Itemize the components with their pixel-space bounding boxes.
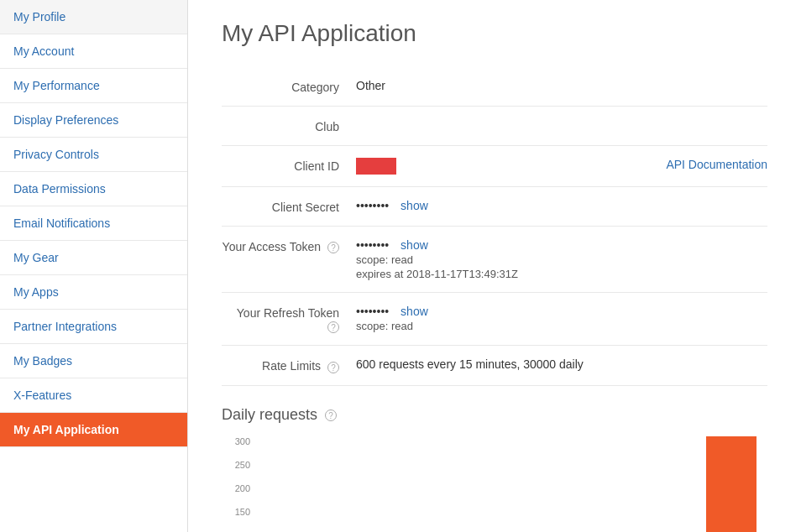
chart-help-icon[interactable]: ? bbox=[325, 409, 337, 421]
sidebar: My ProfileMy AccountMy PerformanceDispla… bbox=[0, 0, 188, 532]
sidebar-item-profile[interactable]: My Profile bbox=[0, 0, 187, 34]
client-secret-show-link[interactable]: show bbox=[400, 199, 428, 212]
y-label-300: 300 bbox=[222, 437, 250, 446]
bar-col-1 bbox=[255, 436, 327, 532]
refresh-token-help-icon[interactable]: ? bbox=[327, 321, 339, 333]
sidebar-item-api[interactable]: My API Application bbox=[0, 413, 187, 447]
sidebar-item-performance[interactable]: My Performance bbox=[0, 69, 187, 103]
y-axis: 0 50 100 150 200 250 300 bbox=[222, 437, 250, 532]
rate-limits-label: Rate Limits ? bbox=[222, 357, 356, 373]
chart-area: 0 50 100 150 200 250 300 bbox=[222, 437, 767, 532]
refresh-token-masked: •••••••• bbox=[356, 305, 389, 318]
rate-limits-help-icon[interactable]: ? bbox=[327, 362, 339, 373]
sidebar-item-data[interactable]: Data Permissions bbox=[0, 172, 187, 206]
category-value: Other bbox=[356, 79, 767, 92]
refresh-token-show-link[interactable]: show bbox=[400, 305, 428, 318]
sidebar-item-partner[interactable]: Partner Integrations bbox=[0, 310, 187, 344]
access-token-label: Your Access Token ? bbox=[222, 238, 356, 253]
club-label: Club bbox=[222, 118, 356, 133]
y-label-150: 150 bbox=[222, 508, 250, 517]
client-id-value bbox=[356, 158, 666, 175]
rate-limits-row: Rate Limits ? 600 requests every 15 minu… bbox=[222, 346, 767, 385]
sidebar-item-privacy[interactable]: Privacy Controls bbox=[0, 138, 187, 172]
club-row: Club bbox=[222, 107, 767, 146]
category-row: Category Other bbox=[222, 67, 767, 107]
chart-container: 0 50 100 150 200 250 300 bbox=[222, 437, 767, 532]
refresh-token-row: Your Refresh Token ? •••••••• show scope… bbox=[222, 293, 767, 346]
chart-title: Daily requests ? bbox=[222, 406, 767, 424]
page-title: My API Application bbox=[222, 20, 767, 47]
client-id-row: Client ID API Documentation bbox=[222, 146, 767, 187]
access-token-show-link[interactable]: show bbox=[400, 238, 428, 252]
client-secret-row: Client Secret •••••••• show bbox=[222, 187, 767, 227]
access-token-help-icon[interactable]: ? bbox=[327, 242, 339, 253]
refresh-token-scope: scope: read bbox=[356, 320, 767, 332]
sidebar-item-display[interactable]: Display Preferences bbox=[0, 103, 187, 138]
refresh-token-label: Your Refresh Token ? bbox=[222, 305, 356, 333]
client-secret-label: Client Secret bbox=[222, 199, 356, 214]
client-id-label: Client ID bbox=[222, 158, 356, 173]
bar-col-3 bbox=[402, 436, 474, 532]
chart-section: Daily requests ? 0 50 100 150 200 250 30… bbox=[222, 406, 767, 532]
api-documentation-link[interactable]: API Documentation bbox=[666, 158, 767, 171]
y-label-250: 250 bbox=[222, 461, 250, 470]
bar-col-6 bbox=[622, 436, 694, 532]
bars-wrapper bbox=[255, 436, 767, 532]
sidebar-item-email[interactable]: Email Notifications bbox=[0, 206, 187, 241]
bar-col-4 bbox=[475, 436, 547, 532]
refresh-token-value: •••••••• show scope: read bbox=[356, 305, 767, 332]
bar-col-7 bbox=[696, 436, 767, 532]
client-secret-value: •••••••• show bbox=[356, 199, 767, 212]
y-label-200: 200 bbox=[222, 484, 250, 493]
category-label: Category bbox=[222, 79, 356, 94]
bar-7 bbox=[706, 436, 756, 532]
rate-limits-value: 600 requests every 15 minutes, 30000 dai… bbox=[356, 357, 767, 371]
access-token-value: •••••••• show scope: read expires at 201… bbox=[356, 238, 767, 280]
sidebar-item-apps[interactable]: My Apps bbox=[0, 275, 187, 310]
bar-col-2 bbox=[328, 436, 400, 532]
sidebar-item-badges[interactable]: My Badges bbox=[0, 344, 187, 378]
access-token-scope: scope: read bbox=[356, 253, 767, 266]
access-token-masked: •••••••• bbox=[356, 238, 389, 252]
client-secret-masked: •••••••• bbox=[356, 199, 389, 212]
sidebar-item-account[interactable]: My Account bbox=[0, 34, 187, 69]
client-id-redacted bbox=[356, 158, 396, 175]
sidebar-item-xfeatures[interactable]: X-Features bbox=[0, 378, 187, 413]
access-token-expires: expires at 2018-11-17T13:49:31Z bbox=[356, 268, 767, 280]
main-content: My API Application Category Other Club C… bbox=[188, 0, 801, 532]
bar-col-5 bbox=[549, 436, 620, 532]
sidebar-item-gear[interactable]: My Gear bbox=[0, 241, 187, 275]
access-token-row: Your Access Token ? •••••••• show scope:… bbox=[222, 227, 767, 293]
